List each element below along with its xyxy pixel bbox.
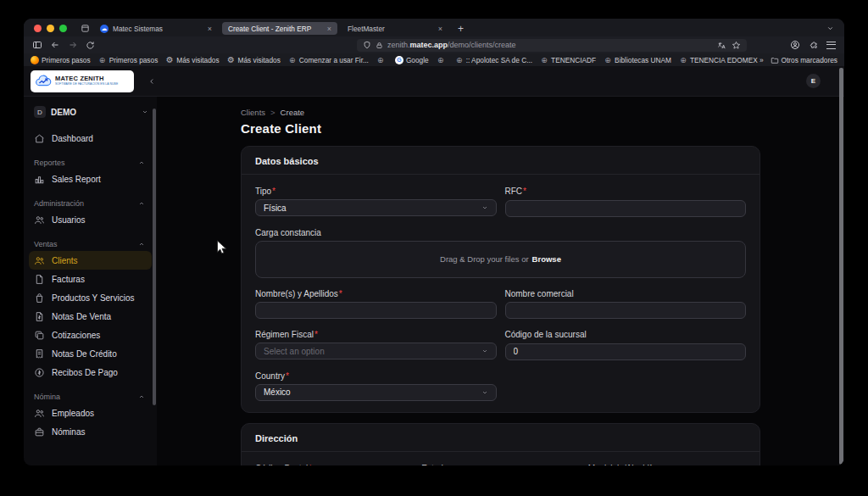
bookmarks-overflow-chevron[interactable]: » [760,56,764,64]
url-text[interactable]: zenith.matec.app/demo/clients/create [387,41,516,49]
reload-icon[interactable] [86,41,95,50]
window-minimize-button[interactable] [47,25,54,32]
sidebar-section-nomina[interactable]: Nómina [34,393,145,401]
sidebar-item-empleados[interactable]: Empleados [29,404,152,422]
nombre-comercial-input[interactable] [505,302,747,319]
tracking-shield-icon[interactable] [363,41,371,49]
new-tab-button[interactable]: + [455,23,466,35]
gear-icon: ⚙ [165,56,174,64]
sidebar-item-dashboard[interactable]: Dashboard [29,129,152,148]
account-icon[interactable] [790,40,800,50]
codigo-sucursal-label: Código de la sucursal [505,330,747,339]
file-dropzone[interactable]: Drag & Drop your files or Browse [255,241,746,278]
user-avatar[interactable]: E [806,74,821,88]
bookmark-item[interactable]: ⊕:: Apolotec SA de C... [455,56,532,64]
chevron-up-icon [138,393,145,400]
codigo-postal-label: Código Postal* [255,464,413,466]
bookmark-item[interactable]: ⊕Comenzar a usar Fir... [288,56,369,64]
bookmark-star-icon[interactable] [732,41,741,50]
required-asterisk: * [523,187,526,196]
sidebar-section-reportes[interactable]: Reportes [34,159,145,167]
nombre-label: Nombre(s) y Apellidos* [255,289,497,298]
bookmark-item[interactable]: ⊕Bibliotecas UNAM [604,56,671,64]
browser-window: ☁ Matec Sistemas × Create Client - Zenit… [24,19,844,465]
chevron-down-icon [481,348,488,354]
tab-close-icon[interactable]: × [438,25,442,33]
codigo-sucursal-input[interactable] [505,343,747,360]
extensions-icon[interactable] [809,41,818,50]
sidebar-item-cotizaciones[interactable]: Cotizaciones [29,326,152,344]
country-label: Country* [255,371,497,381]
menu-icon[interactable] [826,42,836,49]
window-zoom-button[interactable] [59,25,67,32]
estado-label: Estado [421,464,579,466]
bookmark-item[interactable]: ⚙Más visitados [227,56,281,64]
users-icon [34,408,45,419]
tab-close-icon[interactable]: × [327,25,331,33]
bookmark-item[interactable]: ⊕TENENCIADF [540,56,596,64]
regimen-fiscal-select[interactable]: Select an option [255,343,497,359]
sidebar-section-ventas[interactable]: Ventas [34,240,145,248]
firefox-view-icon[interactable] [81,24,90,33]
workspace-initial-badge: D [34,106,46,118]
sidebar-item-nominas[interactable]: Nóminas [29,422,152,441]
sidebar: D DEMO Dashboard Reportes Sales [24,97,157,465]
translate-icon[interactable] [717,41,726,50]
bookmark-item[interactable]: ⚙Más visitados [165,56,219,64]
rfc-input[interactable] [505,200,747,217]
bookmark-item[interactable]: Primeros pasos [31,56,91,64]
tab-close-icon[interactable]: × [208,25,212,33]
bookmark-item[interactable]: ⊕Primeros pasos [98,56,159,64]
tab-fleetmaster[interactable]: FleetMaster × [342,22,448,35]
logo-subtitle: SOFTWARE DE FACTURACIÓN EN LA NUBE [55,83,118,86]
sidebar-item-notas-de-credito[interactable]: Notas De Crédito [29,344,152,363]
globe-icon: ⊕ [679,56,687,64]
breadcrumb-clients[interactable]: Clients [241,108,265,117]
back-icon[interactable] [50,40,60,50]
country-select[interactable]: México [255,384,497,401]
browse-button[interactable]: Browse [532,254,561,264]
tipo-label: Tipo* [255,187,497,196]
lock-icon[interactable] [376,42,383,49]
matec-zenith-logo[interactable]: MATEC ZENITH SOFTWARE DE FACTURACIÓN EN … [31,70,134,92]
sidebar-item-sales-report[interactable]: Sales Report [29,170,152,188]
chevron-down-icon [142,109,148,115]
bookmark-item[interactable]: GGoogle [395,56,429,64]
tab-list-chevron-icon[interactable] [826,25,837,32]
page-scrollbar[interactable] [839,68,843,465]
tab-create-client[interactable]: Create Client - Zenith ERP × [222,22,337,35]
app-body: D DEMO Dashboard Reportes Sales [24,97,844,465]
nombre-input[interactable] [255,302,497,319]
tab-matec-sistemas[interactable]: ☁ Matec Sistemas × [94,22,218,35]
workspace-selector[interactable]: D DEMO [34,103,148,121]
receipt-icon [34,348,45,359]
bookmark-item[interactable]: ⊕TENENCIA EDOMEX [679,56,758,64]
chevron-up-icon [138,200,145,207]
tab-title: Create Client - Zenith ERP [228,25,321,33]
mouse-cursor [216,240,227,256]
window-close-button[interactable] [34,25,42,32]
bookmark-item[interactable]: ⊕ [376,56,387,64]
dollar-circle-icon [34,367,45,378]
sidebar-toggle-icon[interactable] [32,40,42,50]
sidebar-item-usuarios[interactable]: Usuarios [29,210,152,229]
tipo-select[interactable]: Física [255,199,497,216]
bookmark-list: Primeros pasos ⊕Primeros pasos ⚙Más visi… [31,56,760,64]
forward-icon[interactable] [68,40,78,50]
sidebar-item-notas-de-venta[interactable]: Notas De Venta [29,307,152,326]
sidebar-collapse-button[interactable] [147,77,156,86]
card-title: Datos básicos [242,147,760,175]
tab-title: Matec Sistemas [113,25,202,33]
url-bar[interactable]: zenith.matec.app/demo/clients/create [357,39,747,52]
firefox-icon [31,56,39,64]
sidebar-scrollbar[interactable] [153,109,156,405]
sidebar-item-facturas[interactable]: Facturas [29,270,152,288]
bookmark-item[interactable]: ⊕ [437,56,448,64]
other-bookmarks-button[interactable]: Otros marcadores [771,56,837,64]
shopping-bag-icon [34,293,45,304]
municipio-label: Municipio/Alcaldía [588,464,746,466]
sidebar-section-administracion[interactable]: Administración [34,199,145,208]
sidebar-item-recibos-de-pago[interactable]: Recibos De Pago [29,363,152,382]
sidebar-item-productos-y-servicios[interactable]: Productos Y Servicios [29,288,152,307]
sidebar-item-clients[interactable]: Clients [29,251,152,270]
